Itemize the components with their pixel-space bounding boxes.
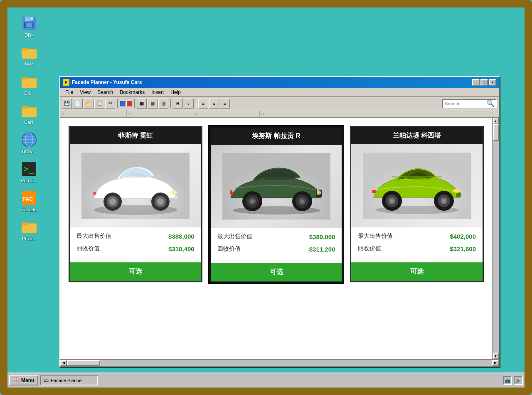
toolbar-layout2[interactable]: ▤: [148, 99, 158, 109]
toolbar-sep2: [134, 99, 135, 108]
car3-recycle-value: $321,600: [450, 245, 476, 252]
run-label: Run.C...: [21, 178, 37, 183]
privacy-folder-icon: [21, 220, 37, 235]
toolbar-italic-btn[interactable]: I: [184, 99, 194, 109]
svg-rect-7: [22, 48, 28, 50]
minimize-button[interactable]: _: [472, 79, 480, 86]
toolbar-save-btn[interactable]: 💾: [62, 99, 72, 109]
h-scroll-thumb[interactable]: [67, 360, 100, 366]
taskbar-icon-2[interactable]: 🔊: [514, 376, 523, 385]
taskbar-right: 📺 🔊: [503, 376, 523, 385]
docs-folder-icon: [21, 74, 37, 89]
scroll-up-btn[interactable]: ▲: [493, 118, 499, 124]
toolbar-color1[interactable]: [120, 101, 126, 106]
vertical-scrollbar[interactable]: ▲ ▼: [492, 118, 499, 359]
toolbar-layout1[interactable]: ▦: [137, 99, 147, 109]
work-label: Wor: [25, 62, 33, 67]
toolbar-align3[interactable]: ≡: [220, 99, 230, 109]
car2-recycle-value: $311,200: [309, 246, 335, 253]
toolbar-sep4: [196, 99, 196, 108]
car2-sell-label: 最大出售价值: [217, 233, 252, 240]
h-scroll-track: [67, 360, 492, 366]
car2-sell-row: 最大出售价值 $389,000: [217, 233, 335, 240]
menu-bookmarks[interactable]: Bookmarks: [116, 89, 148, 96]
window-titlebar: F Facade Planner - Yusufs Cars _ □ ×: [60, 77, 499, 88]
menu-search[interactable]: Search: [94, 89, 116, 96]
svg-rect-6: [22, 49, 37, 59]
horizontal-scrollbar[interactable]: ◀ ▶: [60, 359, 499, 366]
scroll-right-btn[interactable]: ▶: [492, 360, 499, 366]
window-title: Facade Planner - Yusufs Cars: [72, 79, 470, 85]
svg-rect-1: [25, 17, 32, 21]
desktop-icon-docs[interactable]: Do...: [16, 74, 42, 96]
toolbar-sep3: [170, 99, 171, 108]
car2-select-button[interactable]: 可选: [211, 263, 342, 281]
work-folder-icon: [21, 45, 37, 60]
start-button[interactable]: 🪟 Menu: [9, 375, 38, 385]
taskbar-icon-1[interactable]: 📺: [503, 376, 512, 385]
toolbar-search-box[interactable]: 🔍: [442, 99, 497, 108]
svg-rect-9: [22, 79, 37, 88]
car1-select-button[interactable]: 可选: [70, 262, 201, 281]
toolbar-align1[interactable]: ≡: [198, 99, 208, 109]
desktop-icon-cars[interactable]: Cars: [16, 103, 42, 125]
menu-help[interactable]: Help: [167, 89, 184, 96]
menu-view[interactable]: View: [76, 89, 94, 96]
svg-point-56: [391, 200, 393, 202]
car1-recycle-row: 回收价值 $310,400: [76, 245, 195, 252]
svg-rect-3: [26, 23, 32, 27]
car1-name-header: 菲斯特 霓虹: [70, 127, 201, 144]
desktop-icon-browser[interactable]: Brow...: [16, 132, 42, 154]
car-card-3: 兰帕达堤 科西塔: [350, 126, 484, 282]
menu-insert[interactable]: Insert: [148, 89, 167, 96]
scroll-thumb[interactable]: [493, 124, 499, 141]
scroll-down-btn[interactable]: ▼: [493, 353, 499, 359]
desktop: Disk Wor Do...: [7, 7, 525, 388]
taskbar-facade-planner[interactable]: 🗂 Facade Planner: [40, 375, 98, 385]
svg-point-49: [300, 200, 304, 203]
disk-icon: [21, 16, 37, 31]
toolbar-align2[interactable]: ≡: [209, 99, 219, 109]
car-card-2: 埃努斯 帕拉贡 R: [209, 126, 344, 283]
svg-point-30: [109, 198, 116, 205]
close-button[interactable]: ×: [489, 79, 496, 86]
car1-image: [70, 144, 201, 227]
car3-sell-label: 最大出售价值: [358, 232, 393, 240]
car2-name-header: 埃努斯 帕拉贡 R: [211, 128, 342, 145]
disk-label: Disk: [25, 32, 33, 37]
desktop-icon-facade[interactable]: FAC Facade: [16, 190, 42, 212]
scroll-track: [493, 124, 499, 353]
desktop-icon-run[interactable]: >_ Run.C...: [16, 161, 42, 183]
svg-point-34: [170, 190, 177, 195]
car2-info: 最大出售价值 $389,000 回收价值 $311,200: [211, 228, 342, 263]
maximize-button[interactable]: □: [480, 79, 488, 86]
desktop-icon-privacy[interactable]: Priva...: [16, 220, 42, 241]
desktop-icons-container: Disk Wor Do...: [16, 16, 42, 241]
car1-sell-label: 最大出售价值: [76, 232, 111, 240]
menu-file[interactable]: File: [62, 89, 76, 96]
desktop-icon-disk[interactable]: Disk: [16, 16, 42, 37]
toolbar: 💾 📄 📂 📋 ✂ ▦ ▤ ▥ B I ≡ ≡ ≡ 🔍: [60, 97, 499, 110]
car3-select-button[interactable]: 可选: [351, 262, 483, 281]
taskbar: 🪟 Menu 🗂 Facade Planner 📺 🔊: [7, 373, 525, 388]
car3-name-header: 兰帕达堤 科西塔: [351, 127, 483, 144]
search-input[interactable]: [445, 101, 486, 106]
facade-icon: FAC: [21, 190, 37, 205]
car3-info: 最大出售价值 $402,000 回收价值 $321,600: [351, 227, 483, 262]
browser-label: Brow...: [22, 149, 36, 154]
toolbar-open-btn[interactable]: 📂: [84, 99, 94, 109]
toolbar-layout3[interactable]: ▥: [158, 99, 168, 109]
toolbar-new-btn[interactable]: 📄: [73, 99, 83, 109]
car3-recycle-row: 回收价值 $321,600: [358, 245, 476, 252]
menubar: File View Search Bookmarks Insert Help: [60, 88, 499, 97]
scroll-left-btn[interactable]: ◀: [60, 360, 67, 366]
toolbar-btn4[interactable]: ✂: [105, 99, 115, 109]
taskbar-app-icon: 🗂: [44, 378, 49, 383]
toolbar-btn3[interactable]: 📋: [94, 99, 104, 109]
car3-recycle-label: 回收价值: [358, 245, 381, 252]
toolbar-color2[interactable]: [126, 101, 132, 106]
start-icon: 🪟: [13, 378, 20, 383]
car2-recycle-label: 回收价值: [217, 245, 241, 253]
toolbar-bold-btn[interactable]: B: [173, 99, 183, 109]
desktop-icon-work[interactable]: Wor: [16, 45, 42, 67]
